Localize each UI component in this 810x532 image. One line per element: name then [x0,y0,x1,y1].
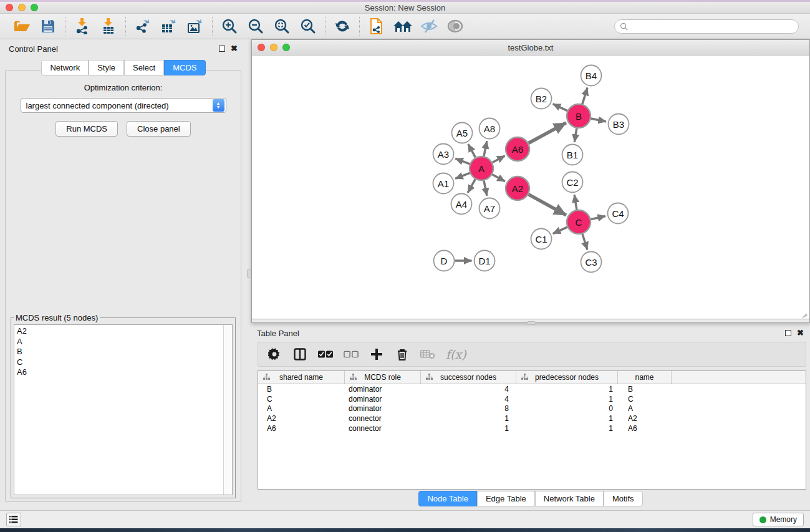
network-node-A6[interactable]: A6 [506,137,529,161]
close-panel-icon[interactable]: ✖ [231,46,238,52]
zoom-fit-icon[interactable] [271,16,293,36]
tab-mcds[interactable]: MCDS [164,60,205,75]
network-edge-A-A6[interactable] [493,156,505,163]
network-node-A7[interactable]: A7 [480,198,500,219]
table-row[interactable]: Bdominator41B [258,384,806,394]
network-edge-B-B2[interactable] [553,104,567,111]
mcds-result-list[interactable]: A2ABCA6 [14,324,233,495]
network-node-C4[interactable]: C4 [608,203,629,224]
optimization-criterion-select[interactable]: largest connected component (directed) ▲… [21,98,226,113]
add-column-plus-icon[interactable] [369,347,384,362]
memory-button[interactable]: Memory [753,513,804,526]
float-panel-icon[interactable] [219,46,225,52]
clone-network-icon[interactable] [365,16,388,36]
network-edge-C-C1[interactable] [553,227,567,233]
tab-edge-table[interactable]: Edge Table [477,491,535,506]
window-titlebar[interactable]: Session: New Session [0,2,810,14]
table-float-icon[interactable] [785,330,791,336]
column-header-name[interactable]: name [618,371,672,384]
column-header-shared-name[interactable]: shared name [258,371,345,384]
run-mcds-button[interactable]: Run MCDS [55,121,118,137]
network-edge-A-A1[interactable] [455,173,470,178]
network-node-B4[interactable]: B4 [581,65,602,86]
network-node-A4[interactable]: A4 [451,194,472,215]
network-edge-C-C4[interactable] [591,216,605,219]
network-edge-A6-B[interactable] [529,123,566,143]
network-edge-A-A8[interactable] [484,141,487,156]
network-edge-B-B3[interactable] [591,118,606,122]
network-node-C[interactable]: C [567,210,591,234]
result-list-item[interactable]: B [17,347,221,357]
column-header-successor-nodes[interactable]: successor nodes [421,371,516,384]
hide-unselected-checkboxes-icon[interactable] [344,347,359,362]
table-row[interactable]: A2connector11A2 [258,414,806,423]
network-node-D[interactable]: D [434,251,455,271]
network-view-window[interactable]: testGlobe.txt B4B2BB3A5A8A6A3B1AA1C2A2A4… [251,39,810,323]
network-node-B[interactable]: B [567,104,591,128]
export-image-icon[interactable] [184,16,206,36]
result-list-scrollbar[interactable] [223,325,232,495]
network-node-B1[interactable]: B1 [562,145,583,165]
table-row[interactable]: A6connector11A6 [258,423,806,433]
import-table-icon[interactable] [97,16,120,36]
tab-network[interactable]: Network [41,60,89,75]
show-selected-checkboxes-icon[interactable] [318,347,333,362]
network-edge-B-B4[interactable] [582,88,587,104]
network-node-A8[interactable]: A8 [480,118,500,139]
tab-motifs[interactable]: Motifs [604,491,643,506]
result-list-item[interactable]: A [17,337,221,347]
network-node-A3[interactable]: A3 [433,144,454,165]
result-list-item[interactable]: A2 [17,326,221,337]
search-input[interactable] [628,22,793,31]
network-edge-C-C3[interactable] [582,234,587,249]
result-list-item[interactable]: C [17,357,221,368]
network-canvas[interactable]: B4B2BB3A5A8A6A3B1AA1C2A2A4A7C4CC1DD1C3 [252,56,809,319]
close-panel-button[interactable]: Close panel [127,121,191,137]
network-node-C3[interactable]: C3 [581,252,602,273]
import-network-icon[interactable] [71,16,94,36]
zoom-out-icon[interactable] [244,16,267,36]
show-eye-icon[interactable] [444,16,466,36]
network-node-B2[interactable]: B2 [531,89,552,109]
network-node-D1[interactable]: D1 [475,251,495,271]
table-close-icon[interactable]: ✖ [797,330,804,336]
tab-network-table[interactable]: Network Table [535,491,604,506]
column-selector-icon[interactable] [292,347,307,362]
delete-column-trash-icon[interactable] [395,347,410,362]
result-list-item[interactable]: A6 [17,367,221,378]
table-row[interactable]: Adominator80A [258,404,806,414]
network-edge-B-B1[interactable] [574,128,577,142]
task-history-button[interactable] [6,513,21,526]
vertical-splitter-handle[interactable] [247,269,251,278]
tab-node-table[interactable]: Node Table [418,491,477,506]
network-edge-A-A7[interactable] [484,181,487,196]
network-node-C1[interactable]: C1 [531,229,552,249]
zoom-selected-icon[interactable] [297,16,319,36]
network-edge-A2-C[interactable] [529,195,566,215]
zoom-in-icon[interactable] [218,16,241,36]
network-node-A1[interactable]: A1 [433,173,454,194]
home-double-icon[interactable] [392,16,414,36]
open-session-icon[interactable] [11,16,33,36]
export-network-icon[interactable] [132,16,154,36]
network-edge-C-C2[interactable] [574,195,577,210]
network-node-B3[interactable]: B3 [609,114,629,135]
tab-select[interactable]: Select [124,60,164,75]
apply-layout-icon[interactable] [331,16,354,36]
horizontal-splitter-handle[interactable] [527,321,536,325]
network-edge-A-A5[interactable] [468,144,476,157]
network-node-A5[interactable]: A5 [452,123,473,143]
table-row[interactable]: Cdominator41C [258,394,806,404]
column-header-predecessor-nodes[interactable]: predecessor nodes [516,371,618,384]
resize-grip-icon[interactable] [800,309,808,317]
export-table-icon[interactable] [158,16,180,36]
network-window-titlebar[interactable]: testGlobe.txt [252,40,809,56]
hide-eye-icon[interactable] [418,16,440,36]
save-session-icon[interactable] [37,16,59,36]
tab-style[interactable]: Style [89,60,124,75]
network-edge-A-A3[interactable] [455,158,470,164]
network-edge-A-A2[interactable] [493,175,505,181]
column-header-MCDS-role[interactable]: MCDS role [345,371,421,384]
network-node-A2[interactable]: A2 [506,177,529,200]
network-node-A[interactable]: A [470,157,493,180]
